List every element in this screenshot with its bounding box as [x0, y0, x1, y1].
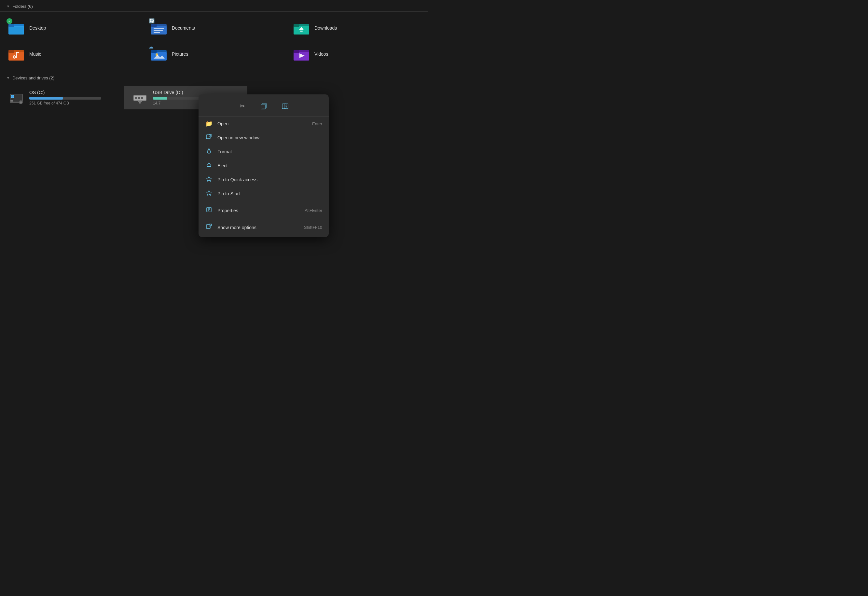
svg-rect-65 [206, 224, 210, 229]
svg-rect-6 [151, 24, 157, 27]
copy-button[interactable] [258, 100, 270, 112]
paste-shortcut-button[interactable] [279, 100, 291, 112]
drive-c-info: OS (C:) 251 GB free of 474 GB [29, 90, 116, 105]
pin-quick-access-icon [205, 176, 213, 183]
svg-rect-3 [9, 27, 24, 34]
open-new-window-icon [205, 134, 213, 141]
drive-d-bar-fill [153, 97, 167, 100]
svg-rect-49 [139, 102, 140, 103]
format-item[interactable]: Format... [199, 145, 329, 158]
open-label: Open [217, 121, 307, 126]
drive-c-free: 251 GB free of 474 GB [29, 101, 116, 105]
svg-rect-48 [138, 101, 142, 102]
drive-item-c[interactable]: OS (C:) 251 GB free of 474 GB [0, 86, 124, 109]
folders-grid: ✓ Desktop 🔄 Documents [0, 12, 428, 70]
show-more-options-shortcut: Shift+F10 [304, 225, 322, 230]
sync-badge-documents: 🔄 [149, 18, 155, 24]
format-label: Format... [217, 149, 322, 154]
svg-rect-29 [294, 50, 300, 53]
folder-name-desktop: Desktop [29, 25, 46, 31]
svg-rect-37 [11, 97, 12, 98]
folder-svg-videos [293, 46, 310, 62]
folders-label: Folders (6) [12, 4, 33, 9]
folder-name-videos: Videos [314, 52, 328, 57]
folder-icon-documents: 🔄 [151, 19, 167, 37]
svg-rect-21 [16, 52, 19, 53]
svg-rect-58 [207, 166, 211, 167]
drive-c-bar-fill [29, 97, 63, 100]
pin-start-label: Pin to Start [217, 191, 322, 196]
properties-label: Properties [217, 208, 300, 213]
svg-point-55 [207, 150, 211, 153]
devices-chevron: ▼ [6, 76, 10, 80]
folder-name-downloads: Downloads [314, 25, 337, 31]
folder-name-pictures: Pictures [172, 52, 189, 57]
folder-item-videos[interactable]: Videos [285, 41, 428, 67]
svg-rect-12 [294, 24, 300, 27]
folder-icon-pictures: ☁ [151, 46, 167, 62]
svg-rect-47 [141, 97, 143, 99]
folder-icon-downloads [293, 19, 310, 37]
eject-icon [205, 162, 213, 169]
devices-label: Devices and drives (2) [12, 75, 55, 80]
folders-section-header: ▼ Folders (6) [0, 0, 428, 12]
pin-start-item[interactable]: Pin to Start [199, 186, 329, 201]
svg-rect-36 [13, 95, 14, 96]
svg-rect-2 [9, 24, 14, 27]
folder-svg-music [8, 46, 25, 62]
svg-rect-17 [9, 50, 14, 53]
folder-item-desktop[interactable]: ✓ Desktop [0, 15, 143, 41]
svg-rect-9 [154, 32, 160, 33]
svg-marker-57 [207, 163, 211, 166]
folder-item-downloads[interactable]: Downloads [285, 15, 428, 41]
folder-name-documents: Documents [172, 25, 195, 31]
properties-shortcut: Alt+Enter [305, 208, 322, 213]
context-menu: ✂ 📁 Open Enter Open [199, 94, 329, 237]
svg-rect-38 [13, 97, 14, 98]
svg-rect-46 [138, 97, 140, 99]
folder-item-pictures[interactable]: ☁ Pictures [143, 41, 285, 67]
eject-label: Eject [217, 163, 322, 168]
properties-item[interactable]: Properties Alt+Enter [199, 204, 329, 217]
show-more-options-item[interactable]: Show more options Shift+F10 [199, 220, 329, 235]
svg-rect-14 [300, 31, 303, 32]
context-divider-1 [199, 202, 329, 202]
drive-c-name: OS (C:) [29, 90, 116, 95]
svg-point-19 [14, 56, 15, 58]
paste-icon [282, 103, 289, 110]
folder-svg-downloads [293, 19, 310, 37]
svg-rect-24 [151, 50, 157, 53]
folder-name-music: Music [29, 52, 41, 57]
check-badge-desktop: ✓ [6, 18, 12, 24]
open-new-window-item[interactable]: Open in new window [199, 131, 329, 145]
svg-rect-8 [154, 30, 163, 31]
pin-quick-access-label: Pin to Quick access [217, 177, 322, 182]
context-divider-2 [199, 219, 329, 219]
cut-button[interactable]: ✂ [236, 100, 248, 112]
devices-section-header: ▼ Devices and drives (2) [0, 72, 428, 83]
folders-chevron: ▼ [6, 4, 10, 8]
drive-icon-d [131, 89, 148, 106]
pin-quick-access-item[interactable]: Pin to Quick access [199, 173, 329, 186]
svg-marker-60 [206, 190, 211, 195]
open-item[interactable]: 📁 Open Enter [199, 117, 329, 131]
svg-rect-54 [206, 135, 210, 139]
svg-rect-39 [10, 100, 13, 102]
format-icon [205, 148, 213, 155]
svg-rect-7 [154, 28, 164, 29]
svg-rect-42 [10, 102, 23, 102]
open-shortcut: Enter [312, 121, 322, 126]
context-menu-toolbar: ✂ [199, 97, 329, 117]
folder-icon-music [8, 46, 25, 62]
pin-start-icon [205, 190, 213, 197]
properties-icon [205, 207, 213, 214]
show-more-options-icon [205, 224, 213, 231]
folder-item-documents[interactable]: 🔄 Documents [143, 15, 285, 41]
svg-rect-35 [11, 95, 12, 96]
folder-icon-desktop: ✓ [8, 19, 25, 37]
drive-c-bar [29, 97, 101, 100]
svg-marker-59 [206, 176, 211, 181]
eject-item[interactable]: Eject [199, 158, 329, 173]
folder-item-music[interactable]: Music [0, 41, 143, 67]
folder-icon-videos [293, 46, 310, 62]
